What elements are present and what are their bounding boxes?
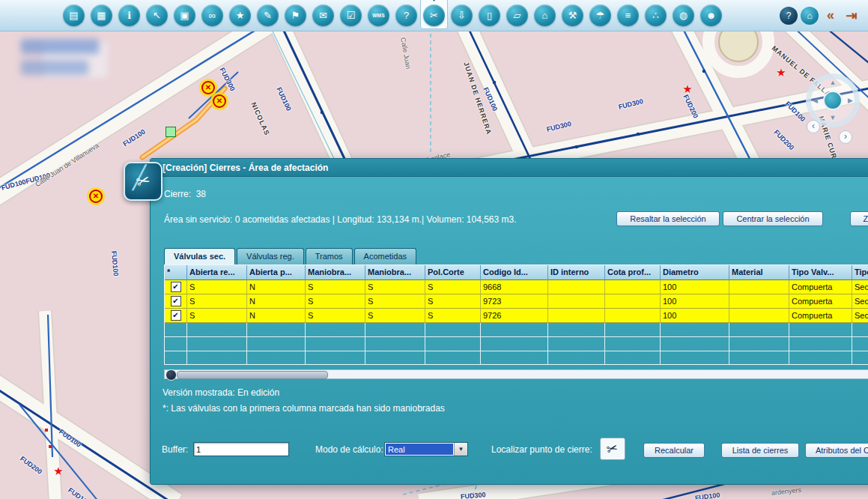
row-cell-empty — [247, 351, 306, 365]
help-icon[interactable]: ? — [780, 7, 798, 25]
row-cell-empty — [306, 323, 365, 337]
row-checkbox[interactable]: ✔ — [171, 310, 181, 321]
row-cell: ✔ — [165, 280, 187, 294]
modo-select[interactable]: Real ▼ — [384, 442, 468, 456]
share-network-icon[interactable]: ∴ — [645, 4, 667, 26]
rotate-left-icon[interactable]: ‹ — [807, 120, 820, 133]
localizar-tool-button[interactable]: ✂ — [600, 438, 625, 460]
table-row[interactable]: ✔SNSSS9723100CompuertaSecu — [165, 294, 868, 309]
tool-dropdown-caret-icon[interactable]: ▼ — [431, 0, 437, 3]
search-binoculars-icon[interactable]: ∞ — [201, 4, 223, 26]
row-checkbox[interactable]: ✔ — [171, 282, 181, 292]
column-header[interactable]: Tipo — [852, 265, 868, 280]
table-hscrollbar[interactable] — [164, 369, 868, 379]
home-icon[interactable]: ⌂ — [801, 7, 819, 25]
dialog-titlebar[interactable]: [Creación] Cierres - Área de afectación — [151, 159, 868, 177]
info-icon[interactable]: ℹ — [118, 4, 140, 26]
blurred-area — [21, 60, 88, 75]
column-header[interactable]: Cota prof... — [605, 265, 661, 280]
row-cell — [548, 309, 605, 323]
tab-acometidas[interactable]: Acometidas — [354, 248, 416, 264]
lista-cierres-button[interactable]: Lista de cierres — [721, 443, 799, 458]
row-cell-empty — [605, 323, 661, 337]
column-header[interactable]: Pol.Corte — [425, 265, 481, 280]
select-pointer-icon[interactable]: ↖ — [146, 4, 168, 26]
scrollbar-handle[interactable] — [177, 371, 328, 379]
toolbar-right-strip: ?⌂«⇥ — [777, 7, 868, 25]
row-cell: ✔ — [165, 309, 187, 323]
pan-right-icon[interactable]: ▶ — [848, 97, 853, 104]
messages-icon[interactable]: ≡ — [617, 4, 639, 26]
query-help-icon[interactable]: ? — [395, 4, 417, 26]
row-cell-empty — [548, 351, 605, 365]
column-header[interactable]: Diametro — [661, 265, 729, 280]
mail-icon[interactable]: ✉ — [312, 4, 334, 26]
tools-icon[interactable]: ⚒ — [562, 4, 583, 26]
tab-v-lvulas-reg-[interactable]: Válvulas reg. — [237, 248, 304, 264]
row-cell-empty — [425, 351, 481, 365]
column-header[interactable]: Material — [729, 265, 789, 280]
column-header[interactable]: Maniobra... — [306, 265, 365, 280]
window-panel-icon[interactable]: ▱ — [506, 4, 528, 26]
column-header[interactable]: Tipo Valv... — [789, 265, 852, 280]
atributos-button[interactable]: Atributos del C — [805, 443, 868, 458]
table-icon[interactable]: ▦ — [91, 4, 112, 26]
resaltar-button[interactable]: Resaltar la selección — [616, 211, 720, 226]
compass-globe-icon[interactable] — [823, 91, 843, 110]
map-compass[interactable]: ▲ ▼ ◀ ▶ ‹ › — [806, 73, 858, 145]
row-cell-empty — [729, 323, 789, 337]
report-icon[interactable]: ▯ — [479, 4, 500, 26]
buffer-input[interactable] — [193, 442, 289, 456]
tasks-check-icon[interactable]: ☑ — [340, 4, 362, 26]
combo-dropdown-icon[interactable]: ▼ — [454, 443, 467, 456]
column-header[interactable]: ID interno — [548, 265, 605, 280]
row-cell-empty — [481, 351, 548, 365]
row-cell: 9726 — [481, 309, 548, 323]
row-cell: Secu — [852, 280, 868, 294]
user-icon[interactable]: ☻ — [700, 4, 722, 26]
buffer-label: Buffer: — [162, 444, 188, 455]
water-icon[interactable]: ☂ — [589, 4, 611, 26]
palette-icon[interactable]: ◍ — [673, 4, 694, 26]
closure-tool-icon[interactable]: ▼✂ — [423, 4, 445, 26]
row-cell-empty — [605, 337, 661, 351]
centrar-button[interactable]: Centrar la selección — [723, 211, 823, 226]
rotate-right-icon[interactable]: › — [839, 130, 852, 144]
wms-icon[interactable]: WMS — [368, 4, 389, 26]
pan-down-icon[interactable]: ▼ — [830, 115, 837, 121]
row-cell: Compuerta — [789, 280, 852, 294]
export-down-icon[interactable]: ⇩ — [451, 4, 473, 26]
pan-up-icon[interactable]: ▲ — [830, 79, 837, 86]
edit-icon[interactable]: ✎ — [257, 4, 279, 26]
table-row[interactable]: ✔SNSSS9726100CompuertaSecu — [165, 309, 868, 323]
back-icon[interactable]: « — [822, 7, 840, 25]
column-header[interactable]: Codigo Id... — [481, 265, 548, 280]
row-cell-empty — [481, 337, 548, 351]
column-header[interactable]: Abierta p... — [247, 265, 306, 280]
localizar-label: Localizar punto de cierre: — [491, 444, 592, 455]
column-header[interactable]: * — [165, 265, 187, 280]
table-header-row: *Abierta re...Abierta p...Maniobra...Man… — [165, 265, 868, 280]
scrollbar-knob[interactable] — [166, 369, 177, 381]
tab-v-lvulas-sec-[interactable]: Válvulas sec. — [164, 248, 235, 264]
favorites-star-icon[interactable]: ★ — [229, 4, 251, 26]
map-book-icon[interactable]: ▤ — [63, 4, 85, 26]
table-row[interactable]: ✔SNSSS9668100CompuertaSecu — [165, 280, 868, 294]
flag-icon[interactable]: ⚑ — [285, 4, 306, 26]
row-checkbox[interactable]: ✔ — [171, 296, 181, 306]
zoom-button[interactable]: Zo — [850, 211, 868, 226]
pan-left-icon[interactable]: ◀ — [813, 97, 818, 104]
search-binoculars-icon-glyph: ∞ — [209, 10, 216, 21]
tab-tramos[interactable]: Tramos — [306, 248, 353, 264]
recalcular-button[interactable]: Recalcular — [643, 443, 705, 458]
copy-features-icon[interactable]: ▣ — [174, 4, 195, 26]
column-header[interactable]: Abierta re... — [187, 265, 247, 280]
row-cell — [548, 294, 605, 309]
column-header[interactable]: Maniobra... — [365, 265, 425, 280]
row-cell: N — [247, 294, 306, 309]
row-cell-empty — [306, 337, 365, 351]
logout-icon[interactable]: ⇥ — [843, 7, 861, 25]
home-building-icon[interactable]: ⌂ — [534, 4, 556, 26]
dialog-title: [Creación] Cierres - Área de afectación — [163, 163, 328, 173]
row-cell: S — [306, 309, 365, 323]
